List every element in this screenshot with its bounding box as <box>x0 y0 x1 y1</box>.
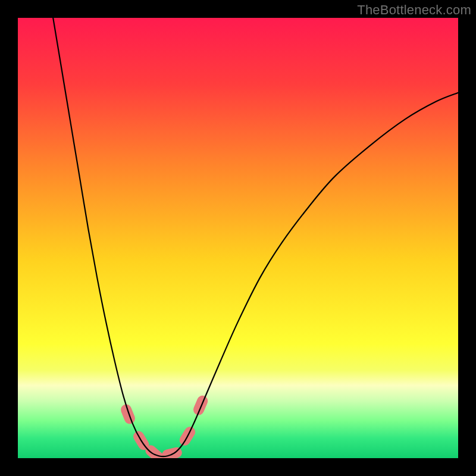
chart-background <box>18 18 458 458</box>
chart-frame <box>18 18 458 458</box>
chart-svg <box>18 18 458 458</box>
watermark-text: TheBottleneck.com <box>357 2 471 18</box>
